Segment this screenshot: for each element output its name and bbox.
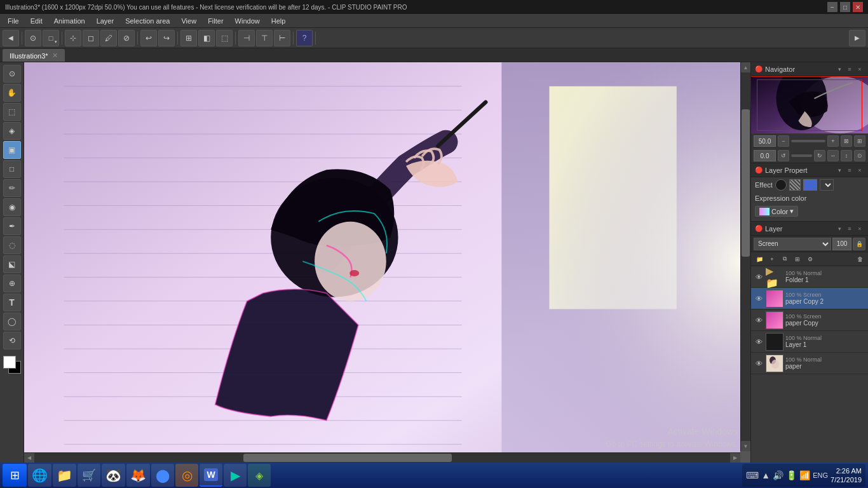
- menu-file[interactable]: File: [3, 16, 24, 26]
- nav-zoom-in-button[interactable]: +: [827, 135, 839, 147]
- layer-props-menu-button[interactable]: ≡: [845, 166, 854, 175]
- scroll-track-h[interactable]: [34, 453, 730, 463]
- layer-new-folder-button[interactable]: 📁: [754, 254, 765, 265]
- taskbar-store[interactable]: 🛒: [78, 464, 100, 487]
- volume-icon[interactable]: 🔊: [773, 470, 783, 480]
- toolbar-select-rect[interactable]: ◻: [83, 30, 99, 46]
- toolbar-fill[interactable]: ⊘: [118, 30, 135, 46]
- layer-item-4[interactable]: 👁 100 % Normal Layer 1: [751, 331, 868, 353]
- effect-dropdown[interactable]: [820, 179, 834, 191]
- toolbar-align-left[interactable]: ⊣: [238, 30, 255, 46]
- blend-mode-select[interactable]: Screen Normal Multiply Overlay: [754, 238, 831, 250]
- navigator-pan-input[interactable]: [754, 150, 776, 161]
- vertical-scrollbar[interactable]: ▲ ▼: [740, 62, 750, 451]
- start-button[interactable]: ⊞: [3, 464, 27, 487]
- tool-rectangle[interactable]: □: [3, 160, 21, 178]
- taskbar-ie[interactable]: 🌐: [28, 464, 51, 487]
- keyboard-icon[interactable]: ⌨: [746, 470, 759, 480]
- tab-close-icon[interactable]: ✕: [52, 51, 58, 60]
- battery-icon[interactable]: 🔋: [786, 470, 797, 480]
- layer-item-1[interactable]: 👁 ▶📁 100 % Normal Folder 1: [751, 266, 868, 288]
- taskbar-app2[interactable]: ◈: [248, 464, 271, 487]
- toolbar-distort[interactable]: ◧: [198, 30, 215, 46]
- navigator-thumbnail[interactable]: [751, 76, 868, 133]
- toolbar-undo-button[interactable]: ↩: [140, 30, 157, 46]
- layer-eye-4[interactable]: 👁: [754, 337, 764, 347]
- toolbar-select-transform[interactable]: ⊹: [65, 30, 81, 46]
- scroll-left-button[interactable]: ◀: [24, 453, 34, 463]
- menu-help[interactable]: Help: [266, 16, 291, 26]
- system-clock[interactable]: 2:26 AM 7/21/2019: [831, 466, 862, 485]
- taskbar-chrome[interactable]: ⬤: [151, 464, 174, 487]
- layer-item-2[interactable]: 👁 100 % Screen paper Copy 2: [751, 288, 868, 309]
- scroll-thumb-h[interactable]: [243, 454, 452, 462]
- scroll-track-v[interactable]: [741, 72, 750, 441]
- layer-props-pin-button[interactable]: ×: [855, 166, 864, 175]
- navigator-pin-button[interactable]: ×: [855, 65, 864, 74]
- toolbar-redo-button[interactable]: ↪: [158, 30, 175, 46]
- layer-copy-button[interactable]: ⧉: [779, 254, 790, 265]
- effect-swatch-pattern[interactable]: [789, 179, 801, 191]
- tool-gradient[interactable]: ⊕: [3, 274, 21, 292]
- menu-layer[interactable]: Layer: [92, 16, 119, 26]
- nav-zoom-out-button[interactable]: −: [778, 135, 789, 147]
- menu-selection-area[interactable]: Selection area: [120, 16, 175, 26]
- toolbar-lasso[interactable]: 🖊: [100, 30, 117, 46]
- opacity-input[interactable]: [832, 238, 851, 250]
- layer-lock-button[interactable]: 🔒: [853, 238, 865, 250]
- layer-eye-1[interactable]: 👁: [754, 272, 764, 282]
- tool-eraser[interactable]: ◌: [3, 236, 21, 254]
- arrow-up-icon[interactable]: ▲: [761, 470, 770, 480]
- menu-animation[interactable]: Animation: [49, 16, 90, 26]
- toggle-panel-left-button[interactable]: ◀: [3, 30, 19, 46]
- toolbar-warp[interactable]: ⬚: [216, 30, 233, 46]
- taskbar-wpm[interactable]: W: [200, 464, 222, 487]
- nav-rotate-ccw-button[interactable]: ↺: [778, 150, 789, 161]
- navigator-collapse-button[interactable]: ▾: [835, 65, 844, 74]
- nav-fit-button[interactable]: ⊠: [841, 135, 852, 147]
- effect-swatch-black[interactable]: [775, 179, 787, 191]
- toolbar-align-center-h[interactable]: ⊤: [256, 30, 273, 46]
- tab-illustration3[interactable]: Illustration3* ✕: [3, 49, 65, 62]
- layer-merge-button[interactable]: ⊞: [792, 254, 803, 265]
- scroll-down-button[interactable]: ▼: [741, 441, 751, 451]
- layer-item-5[interactable]: 👁 100 % Normal paper: [751, 353, 868, 374]
- layer-eye-2[interactable]: 👁: [754, 294, 764, 304]
- tool-rotate-canvas[interactable]: ⟲: [3, 332, 21, 349]
- tool-ink[interactable]: ✒: [3, 217, 21, 235]
- tool-pan[interactable]: ✋: [3, 84, 21, 102]
- taskbar-panda[interactable]: 🐼: [102, 464, 125, 487]
- toolbar-icon-2[interactable]: □ ▾: [43, 30, 59, 46]
- taskbar-media[interactable]: ▶: [224, 464, 247, 487]
- canvas-container[interactable]: ▲ ▼ ◀ ▶ Activate Windows Go to PC settin…: [24, 62, 750, 463]
- toggle-panel-right-button[interactable]: ▶: [849, 30, 865, 46]
- navigator-menu-button[interactable]: ≡: [845, 65, 854, 74]
- toolbar-icon-1[interactable]: ⊙: [25, 30, 41, 46]
- maximize-button[interactable]: □: [840, 2, 850, 12]
- nav-reset-button[interactable]: ⊙: [854, 150, 865, 161]
- color-foreground[interactable]: [3, 356, 21, 374]
- menu-window[interactable]: Window: [230, 16, 265, 26]
- close-button[interactable]: ✕: [853, 2, 863, 12]
- scroll-up-button[interactable]: ▲: [741, 62, 751, 72]
- nav-rotate-cw-button[interactable]: ↻: [814, 150, 825, 161]
- tool-select[interactable]: ⬚: [3, 103, 21, 121]
- tool-ellipse[interactable]: ◯: [3, 313, 21, 330]
- tool-pen[interactable]: ✏: [3, 179, 21, 197]
- toolbar-help-button[interactable]: ?: [296, 30, 313, 46]
- tool-lasso[interactable]: ◈: [3, 122, 21, 140]
- scroll-thumb-v[interactable]: [742, 109, 750, 257]
- expression-color-button[interactable]: Color ▾: [755, 206, 798, 217]
- tool-brush[interactable]: ◉: [3, 198, 21, 216]
- network-icon[interactable]: 📶: [799, 470, 810, 480]
- layer-panel-pin-button[interactable]: ×: [855, 224, 864, 233]
- layer-delete-button[interactable]: 🗑: [854, 254, 865, 265]
- tool-fill[interactable]: ⬕: [3, 255, 21, 273]
- navigator-zoom-slider[interactable]: [791, 140, 825, 142]
- layer-settings-button[interactable]: ⚙: [804, 254, 816, 265]
- tool-zoom[interactable]: ⊙: [3, 65, 21, 83]
- tool-text[interactable]: T: [3, 294, 21, 311]
- layer-panel-menu-button[interactable]: ≡: [845, 224, 854, 233]
- nav-flip-v-button[interactable]: ↕: [841, 150, 852, 161]
- navigator-zoom-input[interactable]: [754, 135, 776, 147]
